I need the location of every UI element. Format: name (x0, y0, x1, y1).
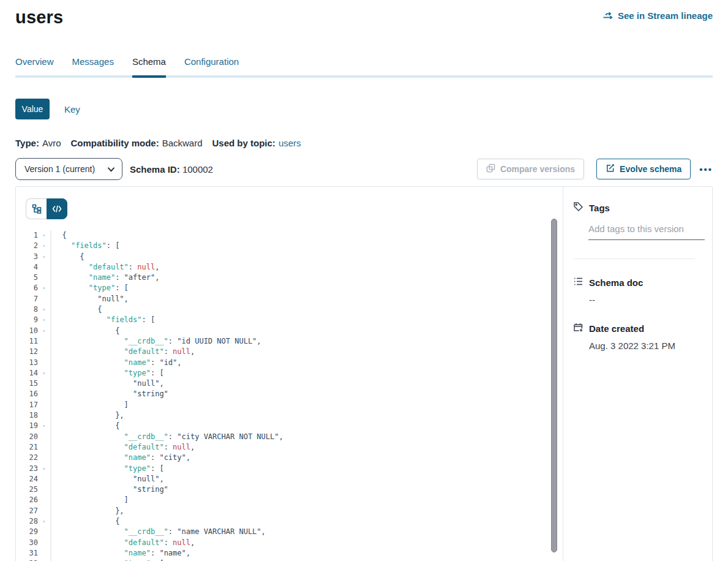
stream-lineage-link[interactable]: See in Stream lineage (602, 10, 713, 21)
fold-spacer (38, 538, 50, 548)
code-token-pn (53, 453, 124, 462)
gutter-row: 17 (16, 400, 50, 410)
line-number: 22 (16, 453, 38, 463)
fold-toggle-icon[interactable]: ▾ (38, 230, 50, 241)
evolve-schema-button[interactable]: Evolve schema (596, 159, 691, 179)
code-view-icon[interactable] (47, 198, 67, 219)
version-select[interactable]: Version 1 (current) (15, 158, 122, 180)
compare-versions-label: Compare versions (500, 164, 575, 174)
fold-toggle-icon[interactable]: ▾ (38, 304, 50, 315)
fold-spacer (38, 294, 50, 304)
code-token-pn: { (53, 421, 119, 430)
code-token-pn: : [ (107, 241, 120, 250)
code-editor[interactable]: 1▾2▾3▾456▾78▾9▾10▾11121314▾1516171819▾20… (16, 230, 563, 561)
code-line: "type": [ (53, 559, 563, 561)
code-token-pn (53, 369, 124, 377)
line-number: 6 (16, 283, 38, 293)
code-line: "string" (53, 389, 563, 399)
code-token-pn: : (168, 527, 177, 536)
fold-toggle-icon[interactable]: ▾ (38, 421, 50, 431)
code-line: ] (53, 400, 563, 410)
fold-toggle-icon[interactable]: ▾ (38, 241, 50, 251)
code-token-key: "default" (124, 443, 164, 451)
code-token-key: "__crdb__" (124, 432, 168, 441)
value-toggle-button[interactable]: Value (15, 99, 50, 119)
used-by-topic-link[interactable]: users (279, 138, 301, 148)
code-token-pn: , (159, 475, 163, 483)
fold-toggle-icon[interactable]: ▾ (38, 326, 50, 336)
type-label: Type: (15, 138, 39, 148)
line-number: 9 (16, 315, 38, 325)
schema-panel: 1▾2▾3▾456▾78▾9▾10▾11121314▾1516171819▾20… (15, 186, 713, 561)
code-token-pn: , (155, 263, 159, 271)
code-token-key: "default" (89, 263, 129, 271)
code-token-key: "type" (124, 464, 151, 473)
tab-configuration[interactable]: Configuration (184, 53, 239, 75)
code-line: "type": [ (53, 368, 563, 378)
used-by-topic-pair: Used by topic: users (212, 138, 301, 148)
gutter-row: 16 (16, 389, 50, 399)
fold-toggle-icon[interactable]: ▾ (38, 368, 50, 378)
date-created-value: Aug. 3 2022 3:21 PM (589, 341, 702, 351)
fold-toggle-icon[interactable]: ▾ (38, 559, 50, 561)
compare-versions-button[interactable]: Compare versions (477, 159, 584, 179)
code-line: { (53, 326, 563, 336)
tab-overview[interactable]: Overview (15, 53, 54, 75)
code-token-pn (53, 485, 133, 494)
line-number: 16 (16, 389, 38, 399)
code-token-key: "type" (89, 284, 115, 292)
fold-spacer (38, 484, 50, 495)
gutter-row: 31 (16, 548, 50, 559)
sidebar-divider (573, 258, 695, 259)
tags-heading: Tags (589, 203, 610, 213)
tags-heading-row: Tags (573, 201, 702, 214)
code-token-pn (53, 263, 89, 271)
code-token-pn (53, 549, 124, 557)
gutter-row: 14▾ (16, 368, 50, 378)
code-token-key: "type" (124, 369, 151, 377)
line-number: 13 (16, 358, 38, 368)
tab-schema[interactable]: Schema (132, 53, 166, 78)
editor-scrollbar-thumb[interactable] (551, 219, 557, 552)
code-line: "null", (53, 378, 563, 389)
calendar-plus-icon (573, 322, 584, 335)
line-number: 30 (16, 538, 38, 548)
code-lines: { "fields": [ { "default": null, "name":… (51, 230, 563, 561)
fold-toggle-icon[interactable]: ▾ (38, 283, 50, 293)
code-line: }, (53, 410, 563, 421)
code-line: ] (53, 495, 563, 505)
tab-messages[interactable]: Messages (72, 53, 114, 75)
code-token-str: "name" (159, 549, 186, 557)
fold-toggle-icon[interactable]: ▾ (38, 252, 50, 262)
fold-spacer (38, 262, 50, 273)
version-select-value: Version 1 (current) (24, 164, 95, 174)
editor-scrollbar[interactable] (550, 219, 558, 561)
fold-spacer (38, 506, 50, 516)
line-number: 21 (16, 442, 38, 453)
schema-doc-section: Schema doc -- (573, 276, 702, 305)
fold-spacer (38, 347, 50, 357)
fold-toggle-icon[interactable]: ▾ (38, 315, 50, 325)
line-number: 23 (16, 464, 38, 474)
fold-toggle-icon[interactable]: ▾ (38, 464, 50, 474)
tree-view-icon[interactable] (26, 198, 47, 219)
tag-icon (573, 201, 584, 214)
fold-spacer (38, 273, 50, 283)
key-toggle-link[interactable]: Key (64, 104, 80, 115)
code-token-key: "fields" (71, 241, 107, 250)
code-token-kw: null (173, 538, 190, 547)
add-tags-input[interactable] (588, 222, 705, 240)
fold-toggle-icon[interactable]: ▾ (38, 516, 50, 527)
code-token-str: "name VARCHAR NULL" (177, 527, 261, 536)
code-token-pn: , (190, 347, 195, 356)
code-token-key: "default" (124, 347, 164, 356)
used-by-topic-label: Used by topic: (212, 138, 276, 148)
code-token-pn: : (151, 358, 159, 367)
gutter-row: 23▾ (16, 464, 50, 474)
code-token-pn (53, 475, 133, 483)
more-actions-button[interactable]: ••• (699, 164, 713, 175)
line-number: 28 (16, 516, 38, 527)
line-number: 19 (16, 421, 38, 431)
schema-id-value: 100002 (182, 164, 213, 175)
gutter-row: 6▾ (16, 283, 50, 293)
